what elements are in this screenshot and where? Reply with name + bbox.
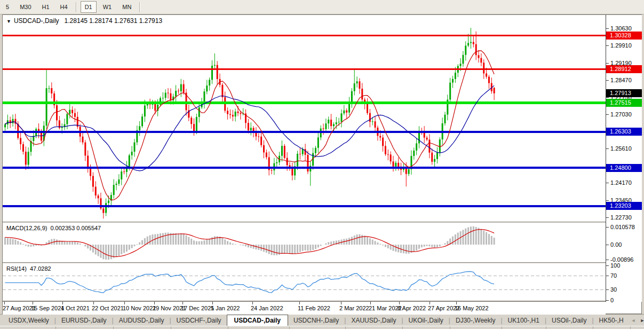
chart-tab-usdcad-daily[interactable]: USDCAD-,Daily [227,315,288,326]
timeframe-button-h1[interactable]: H1 [38,1,54,13]
price-level-badge: 1.27913 [606,89,642,97]
tab-scroll-right-icon[interactable]: ► [638,317,644,324]
strip-divider [502,326,502,329]
date-tick-label: 8 Apr 2022 [397,305,426,311]
date-tick-label: 15 Sep 2021 [31,305,64,311]
strip-divider [402,326,403,329]
rsi-axis-label: 70 [610,272,617,279]
chart-tab-eurusd-daily[interactable]: EURUSD-,Daily [56,315,112,326]
date-tick-label: 21 Mar 2022 [369,305,402,311]
chart-tab-usdchf-daily[interactable]: USDCHF-,Daily [171,315,227,326]
date-tick-label: 16 May 2022 [455,305,489,311]
tab-scroll-buttons: ◄► [629,315,644,326]
strip-divider [593,326,593,329]
macd-values: 0.002353 0.005547 [50,225,101,231]
price-tick-label: 1.25610 [610,145,632,152]
date-tick-label: 10 Nov 2021 [123,305,156,311]
timeframe-button-h4[interactable]: H4 [56,1,72,13]
tab-scroll-left-icon[interactable]: ◄ [629,317,638,324]
chart-window: ▼USDCAD-,Daily1.28145 1.28174 1.27631 1.… [2,14,642,314]
price-tick-label: 1.24170 [610,179,632,186]
toolbar-separator [76,2,77,12]
macd-indicator-label: MACD(12,26,9)0.002353 0.005547 [6,225,101,231]
timeframe-button-d1[interactable]: D1 [81,1,97,13]
strip-divider [289,326,290,329]
strip-divider [546,326,546,329]
pane-divider[interactable] [3,262,641,264]
toolbar-separator [139,2,140,12]
price-tick-label: 1.28470 [610,76,632,84]
rsi-values: 47.0282 [30,265,51,272]
timeframe-button-5[interactable]: 5 [2,1,13,13]
price-tick-label: 1.30630 [610,25,632,32]
macd-axis-label: 0.010578 [610,223,635,231]
rsi-axis-label: 0 [610,296,614,304]
chart-tab-bar: USDX,Weekly|EURUSD-,Daily|AUDUSD-,Daily|… [0,314,644,326]
price-level-badge: 1.26303 [606,128,642,136]
chart-tab-usoil-daily[interactable]: USOil-,Daily [546,315,592,326]
price-tick-label: 1.27030 [610,111,632,118]
price-level-badge: 1.27515 [606,99,642,107]
price-level-badge: 1.30328 [606,32,642,40]
macd-name: MACD(12,26,9) [6,225,47,231]
strip-divider [55,326,56,329]
strip-divider [630,326,631,329]
price-tick-label: 1.22730 [610,214,632,221]
chart-tab-hk50-h[interactable]: HK50-,H [594,315,629,326]
timeframe-button-w1[interactable]: W1 [99,1,116,13]
date-tick-label: 22 Oct 2021 [92,305,124,311]
rsi-axis-label: 30 [610,286,617,293]
pane-divider[interactable] [3,222,641,223]
chart-ohlc: 1.28145 1.28174 1.27631 1.27913 [65,17,163,25]
strip-divider [228,326,228,329]
strip-divider [113,326,114,329]
date-tick-label: 5 Jan 2022 [211,305,240,311]
date-tick-label: 4 Oct 2021 [61,305,90,311]
chart-tab-usdcnh-daily[interactable]: USDCNH-,Daily [288,315,344,326]
status-strip [0,326,644,329]
chart-symbol: USDCAD-,Daily [14,17,59,25]
chart-tab-uk100-h1[interactable]: UK100-,H1 [503,315,545,326]
chart-tab-usdx-weekly[interactable]: USDX,Weekly [3,315,54,326]
date-tick-label: 17 Dec 2021 [181,305,214,311]
date-tick-label: 11 Feb 2022 [298,305,330,311]
strip-divider [345,326,346,329]
strip-divider [171,326,171,329]
date-axis[interactable]: 27 Aug 202115 Sep 20214 Oct 202122 Oct 2… [3,302,606,315]
chart-tab-ukoil-daily[interactable]: UKOil-,Daily [403,315,449,326]
rsi-name: RSI(14) [6,265,27,272]
chart-title: ▼USDCAD-,Daily1.28145 1.28174 1.27631 1.… [6,17,162,25]
timeframe-button-m30[interactable]: M30 [15,1,35,13]
price-level-badge: 1.28912 [606,65,642,73]
price-pane[interactable] [3,15,606,222]
price-level-badge: 1.24800 [606,164,642,172]
macd-axis-label: 0.00 [610,241,622,248]
timeframe-button-mn[interactable]: MN [118,1,136,13]
rsi-pane[interactable] [3,264,606,301]
rsi-indicator-label: RSI(14)47.0282 [6,265,51,272]
symbol-dropdown-icon[interactable]: ▼ [6,19,11,24]
chart-tab-dj30-weekly[interactable]: DJ30-,Weekly [450,315,500,326]
rsi-axis-label: 100 [610,262,620,269]
price-level-badge: 1.23203 [606,202,642,210]
chart-tab-xauusd-daily[interactable]: XAUUSD-,Daily [346,315,401,326]
price-tick-label: 1.29910 [610,42,632,49]
chart-tab-audusd-daily[interactable]: AUDUSD-,Daily [114,315,170,326]
date-tick-label: 24 Jan 2022 [251,305,283,311]
strip-divider [450,326,450,329]
pane-divider [3,301,641,302]
date-tick-label: 2 Mar 2022 [339,305,369,311]
price-axis[interactable]: 1.306301.299101.291901.284701.277501.270… [606,15,642,302]
timeframe-toolbar: 5M30H1H4D1W1MN [0,0,644,14]
